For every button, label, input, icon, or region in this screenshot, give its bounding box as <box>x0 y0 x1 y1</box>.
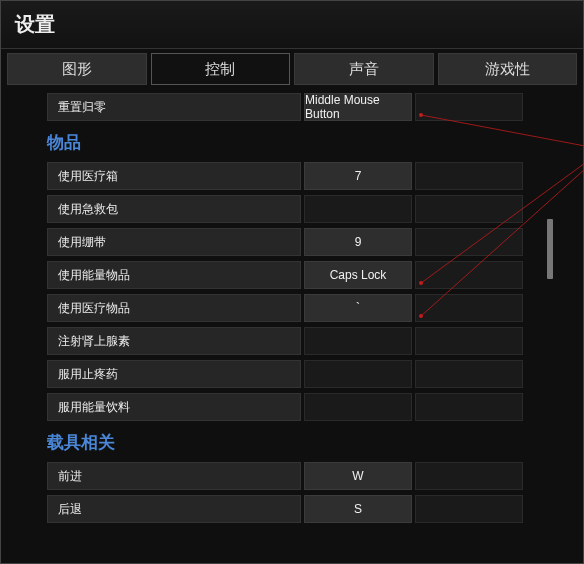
section-header-vehicle: 载具相关 <box>47 431 543 454</box>
keybind-label: 使用急救包 <box>47 195 301 223</box>
keybind-secondary[interactable] <box>415 195 523 223</box>
scrollbar[interactable] <box>547 99 553 529</box>
keybind-row: 后退 S <box>47 495 543 523</box>
keybind-primary[interactable] <box>304 327 412 355</box>
tab-sound[interactable]: 声音 <box>294 53 434 85</box>
keybind-label: 后退 <box>47 495 301 523</box>
keybind-label: 使用绷带 <box>47 228 301 256</box>
keybind-secondary[interactable] <box>415 294 523 322</box>
keybind-primary[interactable] <box>304 195 412 223</box>
scroll-area: 重置归零 Middle Mouse Button 物品 使用医疗箱 7 使用急救… <box>47 93 543 555</box>
keybind-row: 重置归零 Middle Mouse Button <box>47 93 543 121</box>
keybind-row: 使用急救包 <box>47 195 543 223</box>
keybind-row: 使用绷带 9 <box>47 228 543 256</box>
keybind-secondary[interactable] <box>415 360 523 388</box>
tab-controls[interactable]: 控制 <box>151 53 291 85</box>
keybind-primary[interactable]: W <box>304 462 412 490</box>
keybind-primary[interactable]: ` <box>304 294 412 322</box>
keybind-label: 注射肾上腺素 <box>47 327 301 355</box>
tabs-bar: 图形 控制 声音 游戏性 <box>1 49 583 85</box>
keybind-primary[interactable] <box>304 393 412 421</box>
keybind-secondary[interactable] <box>415 228 523 256</box>
scrollbar-thumb[interactable] <box>547 219 553 279</box>
keybind-row: 服用止疼药 <box>47 360 543 388</box>
keybind-row: 使用医疗物品 ` <box>47 294 543 322</box>
keybind-row: 使用能量物品 Caps Lock <box>47 261 543 289</box>
keybind-row: 注射肾上腺素 <box>47 327 543 355</box>
keybind-primary[interactable]: 7 <box>304 162 412 190</box>
keybind-label: 重置归零 <box>47 93 301 121</box>
keybind-row: 使用医疗箱 7 <box>47 162 543 190</box>
keybind-secondary[interactable] <box>415 261 523 289</box>
keybind-label: 前进 <box>47 462 301 490</box>
content-area: 重置归零 Middle Mouse Button 物品 使用医疗箱 7 使用急救… <box>1 85 583 563</box>
settings-window: 设置 图形 控制 声音 游戏性 重置归零 Middle Mouse Button… <box>0 0 584 564</box>
keybind-label: 服用能量饮料 <box>47 393 301 421</box>
keybind-primary[interactable] <box>304 360 412 388</box>
keybind-primary[interactable]: 9 <box>304 228 412 256</box>
keybind-label: 服用止疼药 <box>47 360 301 388</box>
tab-gameplay[interactable]: 游戏性 <box>438 53 578 85</box>
header: 设置 <box>1 1 583 49</box>
keybind-row: 服用能量饮料 <box>47 393 543 421</box>
keybind-secondary[interactable] <box>415 393 523 421</box>
keybind-secondary[interactable] <box>415 162 523 190</box>
keybind-secondary[interactable] <box>415 462 523 490</box>
keybind-label: 使用能量物品 <box>47 261 301 289</box>
keybind-primary[interactable]: Middle Mouse Button <box>304 93 412 121</box>
keybind-secondary[interactable] <box>415 327 523 355</box>
tab-graphics[interactable]: 图形 <box>7 53 147 85</box>
keybind-row: 前进 W <box>47 462 543 490</box>
keybind-primary[interactable]: Caps Lock <box>304 261 412 289</box>
keybind-label: 使用医疗箱 <box>47 162 301 190</box>
keybind-label: 使用医疗物品 <box>47 294 301 322</box>
keybind-primary[interactable]: S <box>304 495 412 523</box>
window-title: 设置 <box>15 11 55 38</box>
keybind-secondary[interactable] <box>415 93 523 121</box>
section-header-items: 物品 <box>47 131 543 154</box>
keybind-secondary[interactable] <box>415 495 523 523</box>
